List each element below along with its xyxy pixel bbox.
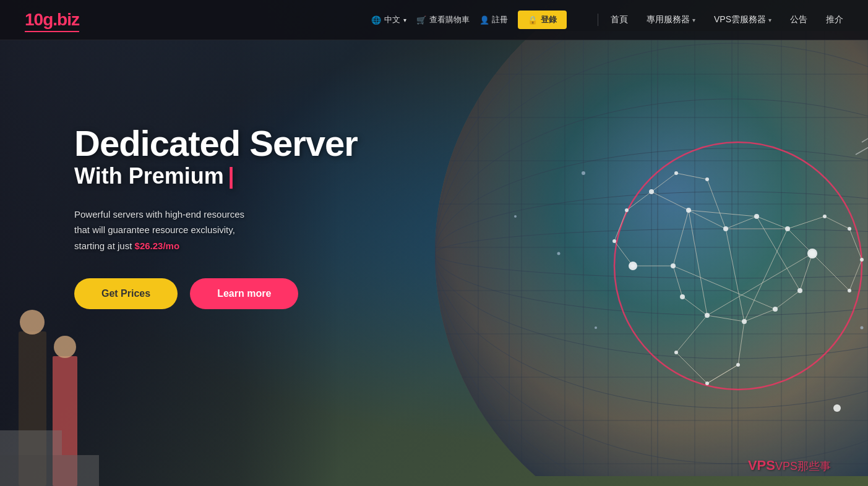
register-label: 註冊: [492, 14, 508, 25]
svg-point-78: [785, 226, 790, 231]
nav-referral-label: 推介: [826, 14, 843, 25]
svg-rect-116: [0, 455, 99, 486]
cart-link[interactable]: 🛒 查看購物車: [416, 14, 470, 25]
nav-top-actions: 🌐 中文 ▾ 🛒 查看購物車 👤 註冊 🔒 登錄: [371, 11, 567, 29]
svg-point-95: [705, 382, 709, 385]
logo-text: 10g.biz: [25, 10, 79, 29]
get-prices-label: Get Prices: [101, 288, 150, 299]
svg-point-115: [54, 336, 76, 358]
svg-point-92: [860, 258, 864, 262]
language-switcher[interactable]: 🌐 中文 ▾: [371, 14, 406, 25]
svg-point-82: [742, 319, 747, 324]
svg-point-99: [807, 249, 817, 258]
watermark: VPSVPS那些事: [748, 458, 831, 474]
cart-label: 查看購物車: [429, 14, 470, 25]
svg-point-76: [723, 226, 728, 231]
cursor-blink: |: [228, 163, 234, 189]
globe-icon: 🌐: [371, 15, 381, 25]
language-label: 中文: [384, 14, 400, 25]
svg-point-88: [612, 239, 616, 243]
user-icon: 👤: [479, 15, 489, 25]
globe-visual: [392, 31, 868, 476]
svg-point-98: [705, 177, 709, 181]
svg-point-85: [671, 263, 676, 268]
hero-description: Powerful servers with high-end resources…: [74, 207, 358, 254]
svg-point-97: [674, 171, 678, 175]
desc-line1: Powerful servers with high-end resources: [74, 209, 244, 220]
navbar: 10g.biz 🌐 中文 ▾ 🛒 查看購物車 👤 註冊 🔒 登錄: [0, 0, 868, 40]
lock-icon: 🔒: [528, 15, 538, 25]
svg-point-109: [861, 326, 864, 330]
svg-point-105: [582, 171, 585, 175]
svg-point-80: [797, 288, 802, 293]
svg-point-86: [649, 189, 654, 194]
chevron-down-icon: ▾: [768, 17, 771, 23]
cart-icon: 🛒: [416, 15, 426, 25]
hero-title-sub: With Premium |: [74, 163, 358, 189]
nav-full: 🌐 中文 ▾ 🛒 查看購物車 👤 註冊 🔒 登錄 首頁 專: [371, 11, 843, 29]
nav-vps-label: VPS雲服務器: [714, 14, 766, 25]
svg-point-94: [736, 363, 740, 367]
nav-announcements-label: 公告: [790, 14, 807, 25]
nav-main-links: 首頁 專用服務器 ▾ VPS雲服務器 ▾ 公告 推介: [611, 14, 843, 25]
learn-more-button[interactable]: Learn more: [190, 278, 298, 309]
svg-point-77: [754, 214, 759, 219]
site-logo[interactable]: 10g.biz: [25, 10, 79, 30]
nav-vps[interactable]: VPS雲服務器 ▾: [714, 14, 771, 25]
svg-point-101: [833, 404, 841, 412]
chevron-icon: ▾: [403, 17, 406, 23]
desc-line2: that will guarantee resource exclusivity…: [74, 224, 235, 235]
svg-point-93: [848, 289, 851, 292]
login-label: 登錄: [541, 14, 557, 25]
svg-point-90: [823, 215, 827, 218]
nav-dedicated-label: 專用服務器: [647, 14, 690, 25]
chevron-down-icon: ▾: [692, 17, 695, 23]
nav-announcements[interactable]: 公告: [790, 14, 807, 25]
nav-dedicated[interactable]: 專用服務器 ▾: [647, 14, 695, 25]
register-link[interactable]: 👤 註冊: [479, 14, 508, 25]
svg-point-96: [674, 351, 678, 354]
svg-point-107: [595, 326, 597, 329]
svg-point-75: [686, 208, 691, 213]
svg-point-108: [514, 215, 517, 218]
svg-point-91: [848, 227, 851, 231]
login-button[interactable]: 🔒 登錄: [518, 11, 567, 29]
nav-referral[interactable]: 推介: [826, 14, 843, 25]
hero-buttons: Get Prices Learn more: [74, 278, 358, 309]
price-text: $26.23/mo: [135, 241, 180, 251]
nav-home[interactable]: 首頁: [611, 14, 628, 25]
nav-divider: [598, 14, 598, 26]
svg-point-113: [20, 310, 45, 335]
svg-point-87: [625, 208, 629, 212]
get-prices-button[interactable]: Get Prices: [74, 278, 178, 309]
watermark-text: VPS那些事: [775, 460, 831, 472]
svg-rect-117: [0, 430, 62, 455]
learn-more-label: Learn more: [217, 288, 271, 299]
svg-point-100: [629, 262, 637, 270]
svg-point-106: [557, 252, 561, 255]
svg-point-83: [705, 313, 710, 318]
nav-home-label: 首頁: [611, 14, 628, 25]
desc-line3: starting at just: [74, 241, 135, 251]
svg-point-81: [773, 307, 778, 312]
hero-title-main: Dedicated Server: [74, 124, 358, 163]
hero-content: Dedicated Server With Premium | Powerful…: [74, 124, 358, 309]
svg-point-84: [680, 294, 685, 299]
